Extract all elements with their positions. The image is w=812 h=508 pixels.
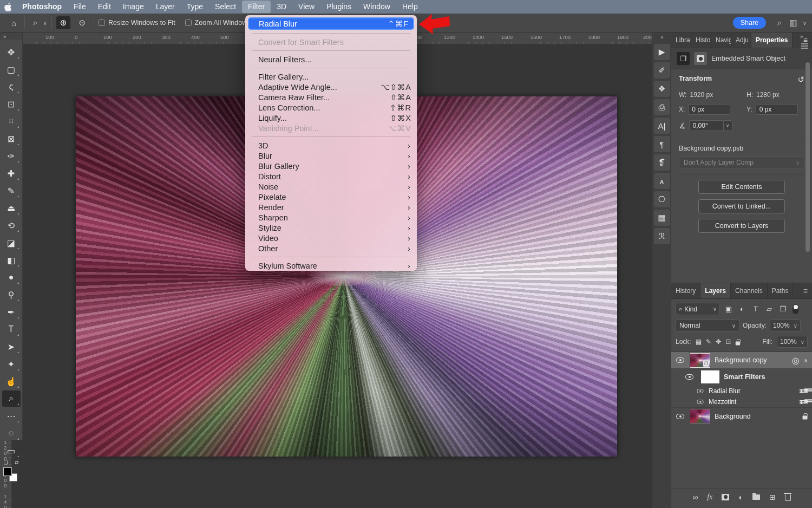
filter-by-shape-icon[interactable]: ▱	[764, 305, 774, 313]
apple-logo-icon[interactable]	[0, 3, 16, 11]
zoom-tool[interactable]: ⌕	[2, 390, 21, 407]
screen-mode[interactable]: ▭	[2, 442, 21, 459]
history-brush-tool[interactable]: ⟲	[2, 217, 21, 233]
menu-item-stylize[interactable]: Stylize›	[245, 223, 417, 233]
clone-source-panel-icon[interactable]: ⎙	[654, 99, 670, 115]
new-group-icon[interactable]	[752, 494, 760, 500]
brushes-panel-icon[interactable]: ❖	[654, 81, 670, 97]
filter-by-adjustment-icon[interactable]: ◐	[737, 305, 747, 313]
marquee-tool[interactable]: ▢	[2, 61, 21, 77]
layer-row-background[interactable]: Background	[671, 407, 812, 425]
patterns-panel-icon[interactable]: ▦	[654, 210, 670, 226]
layer-row-background-copy[interactable]: ❐ Background copy ◎ ∧	[671, 352, 812, 368]
layer-thumbnail[interactable]: ❐	[690, 353, 710, 368]
menubar-item-plugins[interactable]: Plugins	[320, 1, 357, 13]
visibility-eye-icon[interactable]	[676, 357, 684, 363]
layer-style-icon[interactable]: fx	[707, 493, 712, 502]
menubar-item-window[interactable]: Window	[357, 1, 396, 13]
lock-all-icon[interactable]	[736, 341, 741, 345]
smart-filter-row-radial-blur[interactable]: Radial Blur	[671, 386, 812, 396]
smart-object-properties-button[interactable]: ❐	[677, 52, 690, 65]
menubar-item-type[interactable]: Type	[181, 1, 209, 13]
zoom-out-button[interactable]: ⊖	[75, 16, 89, 29]
reset-transform-icon[interactable]: ↺	[797, 75, 804, 84]
menu-item-blur-gallery[interactable]: Blur Gallery›	[245, 161, 417, 171]
panel-menu-icon[interactable]	[801, 43, 808, 49]
frame-tool[interactable]: ⊠	[2, 131, 21, 147]
default-colors-icon[interactable]: ❏	[4, 460, 8, 465]
search-icon[interactable]: ⌕	[774, 16, 785, 29]
menu-item-lens-correction[interactable]: Lens Correction...⇧⌘R	[245, 102, 417, 113]
shape-tool[interactable]: ✦	[2, 356, 21, 372]
character-panel-icon[interactable]: A|	[654, 118, 670, 134]
menu-item-blur[interactable]: Blur›	[245, 151, 417, 161]
opacity-select[interactable]: 100% ∨	[770, 320, 801, 331]
lock-artboard-icon[interactable]: ⊡	[725, 338, 731, 346]
eyedropper-tool[interactable]: ✑	[2, 148, 21, 164]
filter-mask-thumbnail[interactable]	[701, 370, 719, 383]
healing-brush-tool[interactable]: ✚	[2, 165, 21, 181]
filter-options-icon[interactable]	[800, 388, 808, 394]
add-mask-icon[interactable]	[722, 494, 729, 500]
link-layers-icon[interactable]: ∞	[692, 493, 698, 502]
blend-mode-select[interactable]: Normal ∨	[676, 320, 739, 331]
visibility-eye-icon[interactable]	[697, 400, 704, 404]
pen-tool[interactable]: ✒	[2, 304, 21, 320]
edit-toolbar[interactable]: ⋯	[2, 408, 21, 424]
menu-item-liquify[interactable]: Liquify...⇧⌘X	[245, 113, 417, 123]
layer-comp-select[interactable]: Don't Apply Layer Comp ∨	[679, 157, 804, 168]
chevron-down-icon[interactable]: ∨	[724, 120, 732, 131]
eraser-tool[interactable]: ◪	[2, 235, 21, 251]
menu-item-camera-raw-filter[interactable]: Camera Raw Filter...⇧⌘A	[245, 92, 417, 102]
clone-stamp-tool[interactable]: ⏏	[2, 200, 21, 216]
menu-item-radial-blur[interactable]: Radial Blur ⌃⌘F	[248, 17, 414, 30]
tab-properties[interactable]: Properties	[751, 32, 793, 48]
menu-item-video[interactable]: Video›	[245, 233, 417, 243]
tab-histo[interactable]: Histo	[691, 32, 711, 48]
tab-adju[interactable]: Adju	[731, 32, 751, 48]
visibility-eye-icon[interactable]	[685, 374, 693, 380]
menubar-item-view[interactable]: View	[292, 1, 320, 13]
zoom-all-windows-checkbox[interactable]: Zoom All Windows	[185, 19, 251, 27]
tab-history[interactable]: History	[671, 283, 700, 298]
path-selection-tool[interactable]: ➤	[2, 338, 21, 355]
quick-mask[interactable]: ◌	[2, 425, 21, 441]
menu-item-skylum-software[interactable]: Skylum Software›	[245, 260, 417, 271]
menu-item-filter-gallery[interactable]: Filter Gallery...	[245, 71, 417, 82]
tab-paths[interactable]: Paths	[768, 283, 794, 298]
checkbox-icon[interactable]	[185, 19, 192, 26]
visibility-eye-icon[interactable]	[676, 414, 684, 419]
smart-filter-row-mezzotint[interactable]: Mezzotint	[671, 396, 812, 407]
tab-libra[interactable]: Libra	[671, 32, 691, 48]
menubar-item-photoshop[interactable]: Photoshop	[16, 1, 68, 13]
convert-to-linked-button[interactable]: Convert to Linked...	[698, 199, 785, 213]
tab-channels[interactable]: Channels	[731, 283, 768, 298]
share-button[interactable]: Share	[733, 17, 766, 29]
panel-menu-icon[interactable]: ≡	[799, 283, 812, 298]
swap-colors-icon[interactable]: ⇄	[15, 460, 19, 465]
filter-by-image-icon[interactable]: ▣	[724, 305, 734, 313]
fill-select[interactable]: 100% ∨	[777, 336, 808, 348]
menubar-item-image[interactable]: Image	[117, 1, 150, 13]
filter-by-type-icon[interactable]: T	[751, 305, 761, 313]
menubar-item-edit[interactable]: Edit	[92, 1, 117, 13]
toolbar-collapse-button[interactable]: »	[0, 32, 22, 40]
kind-filter-select[interactable]: ⌕ Kind ∨	[676, 303, 720, 315]
resize-windows-checkbox[interactable]: Resize Windows to Fit	[99, 19, 175, 27]
delete-layer-icon[interactable]	[785, 494, 791, 501]
menu-item-noise[interactable]: Noise›	[245, 181, 417, 192]
object-selection-tool[interactable]: ⊡	[2, 96, 21, 112]
move-tool[interactable]: ✥	[2, 44, 21, 60]
filter-options-icon[interactable]	[800, 399, 808, 405]
lasso-tool[interactable]: ς	[2, 79, 21, 95]
menubar-item-3d[interactable]: 3D	[271, 1, 292, 13]
chevron-down-icon[interactable]: ∨	[43, 20, 47, 26]
adjustment-layer-icon[interactable]: ◐	[738, 493, 743, 502]
lock-paint-icon[interactable]: ✎	[706, 338, 711, 346]
layer-thumbnail[interactable]	[690, 409, 710, 424]
menubar-item-select[interactable]: Select	[209, 1, 242, 13]
menu-item-adaptive-wide-angle[interactable]: Adaptive Wide Angle...⌥⇧⌘A	[245, 82, 417, 92]
menubar-item-layer[interactable]: Layer	[150, 1, 181, 13]
tab-layers[interactable]: Layers	[700, 283, 731, 298]
home-icon[interactable]: ⌂	[8, 17, 20, 29]
